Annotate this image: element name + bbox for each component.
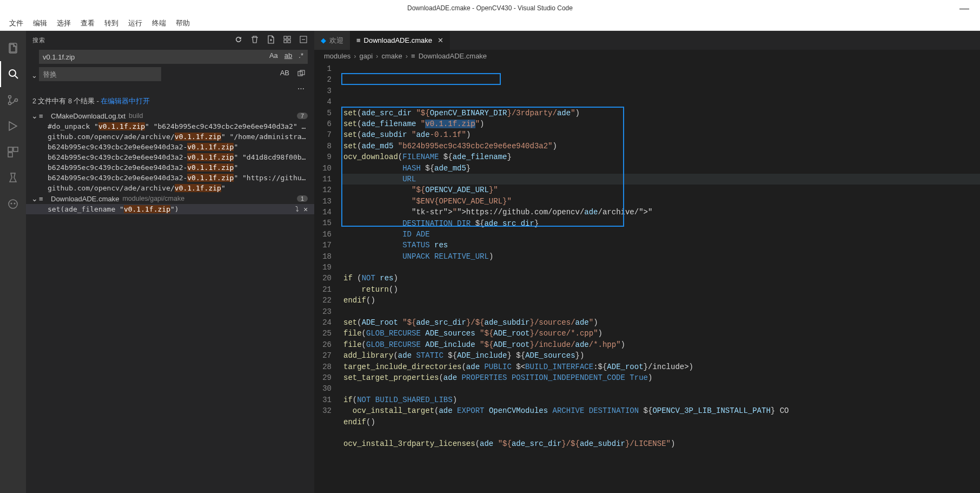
file-icon: ≡: [39, 112, 48, 120]
sidebar-title: 搜索: [32, 36, 234, 44]
highlight-box-1: [341, 73, 501, 85]
result-line[interactable]: github.com/opencv/ade/archive/v0.1.1f.zi…: [26, 183, 314, 193]
window-title: DownloadADE.cmake - OpenCV430 - Visual S…: [407, 4, 573, 12]
tab-welcome[interactable]: ◆ 欢迎: [314, 31, 350, 50]
results-summary: 2 文件中有 8 个结果 - 在编辑器中打开: [26, 95, 314, 110]
svg-rect-12: [288, 36, 290, 39]
menu-view[interactable]: 查看: [76, 18, 100, 28]
result-file[interactable]: ⌄≡CMakeDownloadLog.txtbuild7: [26, 110, 314, 121]
file-icon: ≡: [356, 36, 361, 44]
menu-edit[interactable]: 编辑: [28, 18, 52, 28]
svg-point-8: [9, 200, 17, 208]
replace-input[interactable]: [39, 67, 161, 81]
regex-icon[interactable]: .*: [297, 51, 305, 60]
menu-file[interactable]: 文件: [4, 18, 28, 28]
menu-run[interactable]: 运行: [123, 18, 147, 28]
activity-search[interactable]: [0, 61, 26, 87]
result-line[interactable]: b624b995ec9c439cbc2e9e6ee940d3a2-v0.1.1f…: [26, 173, 314, 183]
file-icon: ≡: [39, 195, 48, 203]
svg-point-2: [9, 96, 11, 98]
svg-rect-5: [8, 147, 12, 152]
match-case-icon[interactable]: Aa: [268, 51, 280, 60]
refresh-icon[interactable]: [234, 35, 243, 45]
expand-icon[interactable]: [299, 35, 308, 45]
svg-point-0: [9, 70, 16, 76]
breadcrumbs[interactable]: modules› gapi› cmake› ≡ DownloadADE.cmak…: [314, 50, 980, 62]
toggle-search-details[interactable]: ⋯: [26, 84, 314, 95]
chevron-down-icon: ⌄: [31, 194, 39, 203]
tab-bar: ◆ 欢迎 ≡ DownloadADE.cmake ✕: [314, 31, 980, 50]
activity-testing[interactable]: [0, 165, 26, 191]
replace-icon[interactable]: ⤵: [295, 205, 299, 213]
tab-downloadade[interactable]: ≡ DownloadADE.cmake ✕: [350, 31, 450, 50]
menu-help[interactable]: 帮助: [171, 18, 195, 28]
new-file-icon[interactable]: [267, 35, 275, 45]
result-line[interactable]: b624b995ec9c439cbc2e9e6ee940d3a2-v0.1.1f…: [26, 162, 314, 173]
result-line[interactable]: #do_unpack "v0.1.1f.zip" "b624b995ec9c43…: [26, 121, 314, 132]
menu-go[interactable]: 转到: [100, 18, 123, 28]
editor-area: ◆ 欢迎 ≡ DownloadADE.cmake ✕ modules› gapi…: [314, 31, 980, 493]
chevron-down-icon: ⌄: [31, 111, 39, 120]
results-tree: ⌄≡CMakeDownloadLog.txtbuild7#do_unpack "…: [26, 110, 314, 493]
result-line[interactable]: b624b995ec9c439cbc2e9e6ee940d3a2-v0.1.1f…: [26, 142, 314, 152]
titlebar: DownloadADE.cmake - OpenCV430 - Visual S…: [0, 0, 980, 16]
activity-copilot[interactable]: [0, 191, 26, 217]
menu-terminal[interactable]: 终端: [147, 18, 171, 28]
svg-point-9: [11, 203, 12, 205]
svg-rect-7: [8, 153, 12, 157]
replace-all-icon[interactable]: [295, 69, 308, 80]
file-icon: ≡: [411, 52, 415, 60]
clear-icon[interactable]: [250, 35, 259, 45]
minimize-button[interactable]: —: [959, 3, 969, 14]
result-line[interactable]: github.com/opencv/ade/archive/v0.1.1f.zi…: [26, 132, 314, 142]
menubar: 文件 编辑 选择 查看 转到 运行 终端 帮助: [0, 16, 980, 31]
activity-explorer[interactable]: [0, 35, 26, 61]
svg-point-3: [9, 102, 11, 105]
svg-rect-6: [14, 147, 18, 152]
menu-selection[interactable]: 选择: [52, 18, 76, 28]
result-line[interactable]: b624b995ec9c439cbc2e9e6ee940d3a2-v0.1.1f…: [26, 152, 314, 162]
search-sidebar: 搜索 ⌄ Aa ab .*: [26, 31, 314, 493]
editor[interactable]: 1234567891011121314151617181920212223242…: [314, 62, 980, 493]
gutter: 1234567891011121314151617181920212223242…: [314, 62, 341, 493]
result-line[interactable]: set(ade_filename "v0.1.1f.zip")⤵✕: [26, 204, 314, 214]
activity-extensions[interactable]: [0, 139, 26, 165]
match-count-badge: 1: [297, 195, 308, 202]
code[interactable]: set(ade_src_dir "${OpenCV_BINARY_DIR}/3r…: [341, 62, 980, 493]
vscode-icon: ◆: [321, 36, 326, 44]
result-file[interactable]: ⌄≡DownloadADE.cmakemodules/gapi/cmake1: [26, 193, 314, 204]
match-word-icon[interactable]: ab: [283, 51, 294, 60]
svg-point-4: [15, 99, 18, 102]
preserve-case-icon[interactable]: AB: [280, 69, 289, 77]
svg-rect-14: [288, 40, 290, 43]
dismiss-icon[interactable]: ✕: [303, 205, 308, 213]
svg-point-10: [14, 203, 16, 205]
activity-scm[interactable]: [0, 87, 26, 113]
close-icon[interactable]: ✕: [438, 36, 443, 44]
svg-line-1: [15, 76, 18, 78]
collapse-icon[interactable]: [283, 35, 292, 45]
toggle-replace-icon[interactable]: ⌄: [31, 71, 37, 80]
svg-rect-13: [284, 40, 287, 43]
open-in-editor-link[interactable]: 在编辑器中打开: [101, 97, 150, 105]
activitybar: [0, 31, 26, 493]
activity-debug[interactable]: [0, 113, 26, 139]
svg-rect-11: [284, 36, 287, 39]
match-count-badge: 7: [297, 113, 308, 119]
